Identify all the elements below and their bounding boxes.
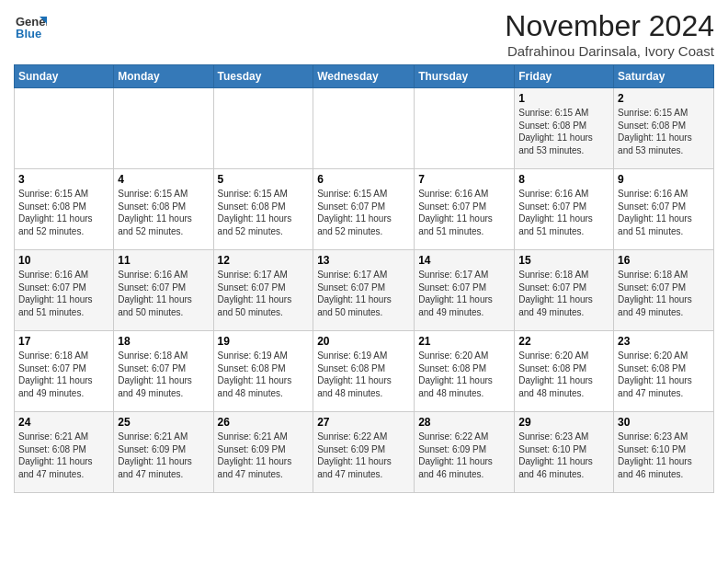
calendar-cell: 30Sunrise: 6:23 AM Sunset: 6:10 PM Dayli… <box>614 412 714 493</box>
day-info: Sunrise: 6:20 AM Sunset: 6:08 PM Dayligh… <box>518 350 609 399</box>
day-number: 19 <box>218 335 310 348</box>
calendar-cell: 16Sunrise: 6:18 AM Sunset: 6:07 PM Dayli… <box>614 250 714 331</box>
day-info: Sunrise: 6:18 AM Sunset: 6:07 PM Dayligh… <box>518 269 609 318</box>
day-info: Sunrise: 6:16 AM Sunset: 6:07 PM Dayligh… <box>618 188 710 237</box>
day-number: 2 <box>618 92 710 105</box>
calendar-cell <box>313 88 415 169</box>
calendar-cell: 10Sunrise: 6:16 AM Sunset: 6:07 PM Dayli… <box>15 250 114 331</box>
day-number: 1 <box>518 92 609 105</box>
calendar-cell: 22Sunrise: 6:20 AM Sunset: 6:08 PM Dayli… <box>515 331 614 412</box>
day-number: 11 <box>118 254 209 267</box>
calendar-cell: 4Sunrise: 6:15 AM Sunset: 6:08 PM Daylig… <box>114 169 213 250</box>
weekday-header-row: SundayMondayTuesdayWednesdayThursdayFrid… <box>15 65 714 88</box>
calendar-cell: 15Sunrise: 6:18 AM Sunset: 6:07 PM Dayli… <box>515 250 614 331</box>
day-info: Sunrise: 6:18 AM Sunset: 6:07 PM Dayligh… <box>18 350 109 399</box>
day-number: 5 <box>218 173 310 186</box>
day-info: Sunrise: 6:16 AM Sunset: 6:07 PM Dayligh… <box>118 269 209 318</box>
day-info: Sunrise: 6:17 AM Sunset: 6:07 PM Dayligh… <box>218 269 310 318</box>
calendar-cell: 21Sunrise: 6:20 AM Sunset: 6:08 PM Dayli… <box>415 331 515 412</box>
day-number: 27 <box>317 416 410 429</box>
day-number: 18 <box>118 335 209 348</box>
calendar-cell: 11Sunrise: 6:16 AM Sunset: 6:07 PM Dayli… <box>114 250 213 331</box>
day-info: Sunrise: 6:19 AM Sunset: 6:08 PM Dayligh… <box>317 350 410 399</box>
day-number: 16 <box>618 254 710 267</box>
calendar-cell <box>415 88 515 169</box>
calendar-week-row: 1Sunrise: 6:15 AM Sunset: 6:08 PM Daylig… <box>15 88 714 169</box>
day-info: Sunrise: 6:21 AM Sunset: 6:09 PM Dayligh… <box>218 431 310 480</box>
day-number: 6 <box>317 173 410 186</box>
day-number: 12 <box>218 254 310 267</box>
day-number: 10 <box>18 254 109 267</box>
day-number: 3 <box>18 173 109 186</box>
day-info: Sunrise: 6:15 AM Sunset: 6:08 PM Dayligh… <box>18 188 109 237</box>
calendar-cell: 14Sunrise: 6:17 AM Sunset: 6:07 PM Dayli… <box>415 250 515 331</box>
month-year-title: November 2024 <box>505 9 714 43</box>
day-info: Sunrise: 6:16 AM Sunset: 6:07 PM Dayligh… <box>18 269 109 318</box>
weekday-header-thursday: Thursday <box>415 65 515 88</box>
calendar-cell: 18Sunrise: 6:18 AM Sunset: 6:07 PM Dayli… <box>114 331 213 412</box>
title-block: November 2024 Dafrahinou Darinsala, Ivor… <box>505 9 714 59</box>
page-header: General Blue November 2024 Dafrahinou Da… <box>14 9 714 59</box>
calendar-cell: 5Sunrise: 6:15 AM Sunset: 6:08 PM Daylig… <box>213 169 313 250</box>
calendar-cell: 28Sunrise: 6:22 AM Sunset: 6:09 PM Dayli… <box>415 412 515 493</box>
day-info: Sunrise: 6:18 AM Sunset: 6:07 PM Dayligh… <box>118 350 209 399</box>
day-number: 25 <box>118 416 209 429</box>
day-info: Sunrise: 6:19 AM Sunset: 6:08 PM Dayligh… <box>218 350 310 399</box>
day-info: Sunrise: 6:22 AM Sunset: 6:09 PM Dayligh… <box>418 431 510 480</box>
calendar-cell: 6Sunrise: 6:15 AM Sunset: 6:07 PM Daylig… <box>313 169 415 250</box>
logo-icon: General Blue <box>14 9 47 42</box>
day-number: 29 <box>518 416 609 429</box>
day-info: Sunrise: 6:21 AM Sunset: 6:08 PM Dayligh… <box>18 431 109 480</box>
calendar-week-row: 3Sunrise: 6:15 AM Sunset: 6:08 PM Daylig… <box>15 169 714 250</box>
calendar-cell: 13Sunrise: 6:17 AM Sunset: 6:07 PM Dayli… <box>313 250 415 331</box>
day-info: Sunrise: 6:17 AM Sunset: 6:07 PM Dayligh… <box>418 269 510 318</box>
calendar-cell: 3Sunrise: 6:15 AM Sunset: 6:08 PM Daylig… <box>15 169 114 250</box>
day-info: Sunrise: 6:17 AM Sunset: 6:07 PM Dayligh… <box>317 269 410 318</box>
day-number: 9 <box>618 173 710 186</box>
calendar-cell: 7Sunrise: 6:16 AM Sunset: 6:07 PM Daylig… <box>415 169 515 250</box>
calendar-cell: 23Sunrise: 6:20 AM Sunset: 6:08 PM Dayli… <box>614 331 714 412</box>
day-number: 28 <box>418 416 510 429</box>
calendar-cell: 8Sunrise: 6:16 AM Sunset: 6:07 PM Daylig… <box>515 169 614 250</box>
day-number: 8 <box>518 173 609 186</box>
day-number: 14 <box>418 254 510 267</box>
calendar-week-row: 10Sunrise: 6:16 AM Sunset: 6:07 PM Dayli… <box>15 250 714 331</box>
day-info: Sunrise: 6:21 AM Sunset: 6:09 PM Dayligh… <box>118 431 209 480</box>
calendar-cell: 27Sunrise: 6:22 AM Sunset: 6:09 PM Dayli… <box>313 412 415 493</box>
weekday-header-tuesday: Tuesday <box>213 65 313 88</box>
location-subtitle: Dafrahinou Darinsala, Ivory Coast <box>505 43 714 59</box>
calendar-week-row: 24Sunrise: 6:21 AM Sunset: 6:08 PM Dayli… <box>15 412 714 493</box>
day-info: Sunrise: 6:20 AM Sunset: 6:08 PM Dayligh… <box>418 350 510 399</box>
weekday-header-monday: Monday <box>114 65 213 88</box>
day-info: Sunrise: 6:16 AM Sunset: 6:07 PM Dayligh… <box>518 188 609 237</box>
day-number: 20 <box>317 335 410 348</box>
calendar-cell: 19Sunrise: 6:19 AM Sunset: 6:08 PM Dayli… <box>213 331 313 412</box>
day-info: Sunrise: 6:15 AM Sunset: 6:08 PM Dayligh… <box>218 188 310 237</box>
weekday-header-wednesday: Wednesday <box>313 65 415 88</box>
calendar-cell <box>213 88 313 169</box>
day-number: 23 <box>618 335 710 348</box>
day-info: Sunrise: 6:22 AM Sunset: 6:09 PM Dayligh… <box>317 431 410 480</box>
day-number: 30 <box>618 416 710 429</box>
day-info: Sunrise: 6:20 AM Sunset: 6:08 PM Dayligh… <box>618 350 710 399</box>
svg-text:Blue: Blue <box>16 27 41 40</box>
calendar-cell: 1Sunrise: 6:15 AM Sunset: 6:08 PM Daylig… <box>515 88 614 169</box>
calendar-table: SundayMondayTuesdayWednesdayThursdayFrid… <box>14 64 714 493</box>
day-info: Sunrise: 6:16 AM Sunset: 6:07 PM Dayligh… <box>418 188 510 237</box>
weekday-header-saturday: Saturday <box>614 65 714 88</box>
calendar-cell <box>15 88 114 169</box>
calendar-cell: 2Sunrise: 6:15 AM Sunset: 6:08 PM Daylig… <box>614 88 714 169</box>
day-number: 26 <box>218 416 310 429</box>
calendar-cell: 25Sunrise: 6:21 AM Sunset: 6:09 PM Dayli… <box>114 412 213 493</box>
day-number: 17 <box>18 335 109 348</box>
calendar-cell: 24Sunrise: 6:21 AM Sunset: 6:08 PM Dayli… <box>15 412 114 493</box>
day-number: 21 <box>418 335 510 348</box>
day-info: Sunrise: 6:15 AM Sunset: 6:08 PM Dayligh… <box>618 107 710 156</box>
weekday-header-friday: Friday <box>515 65 614 88</box>
day-number: 22 <box>518 335 609 348</box>
calendar-cell: 9Sunrise: 6:16 AM Sunset: 6:07 PM Daylig… <box>614 169 714 250</box>
calendar-cell: 20Sunrise: 6:19 AM Sunset: 6:08 PM Dayli… <box>313 331 415 412</box>
day-number: 24 <box>18 416 109 429</box>
day-number: 15 <box>518 254 609 267</box>
weekday-header-sunday: Sunday <box>15 65 114 88</box>
